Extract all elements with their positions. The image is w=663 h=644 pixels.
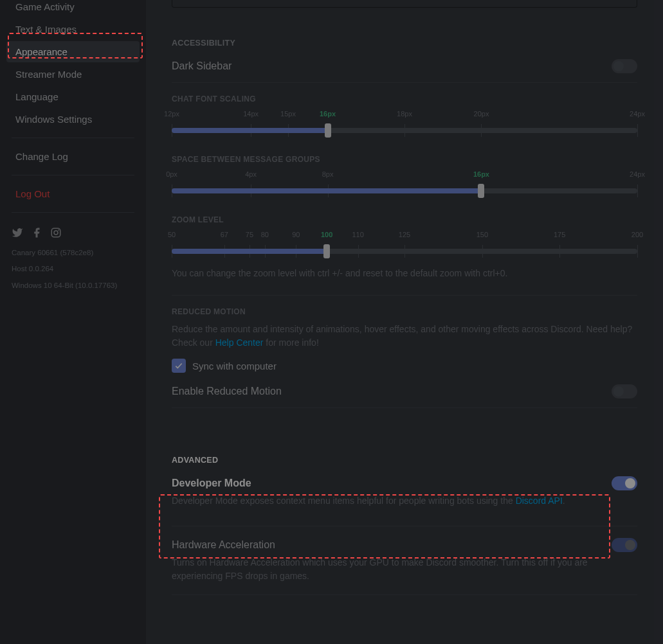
slider-thumb[interactable] xyxy=(478,184,484,198)
hardware-acceleration-row: Hardware Acceleration xyxy=(172,538,637,552)
developer-mode-desc: Developer Mode exposes context menu item… xyxy=(172,494,637,508)
svg-point-1 xyxy=(54,231,58,235)
divider xyxy=(172,595,637,595)
enable-reduced-motion-toggle[interactable] xyxy=(612,384,637,398)
sidebar-item-windows-settings[interactable]: Windows Settings xyxy=(6,109,140,130)
slider-tick: 16px xyxy=(320,110,336,118)
sidebar-item-streamer-mode[interactable]: Streamer Mode xyxy=(6,64,140,85)
slider-tick: 100 xyxy=(321,231,332,238)
enable-reduced-motion-row: Enable Reduced Motion xyxy=(172,384,637,398)
twitter-icon[interactable] xyxy=(12,227,23,241)
message-spacing-ticks: 0px4px8px16px24px xyxy=(172,170,637,179)
chat-font-ticks: 12px14px15px16px18px20px24px xyxy=(172,110,637,119)
reduced-motion-title: REDUCED MOTION xyxy=(172,307,637,316)
sync-with-computer-label: Sync with computer xyxy=(192,361,277,371)
sidebar-item-appearance[interactable]: Appearance xyxy=(6,41,140,62)
slider-tick: 24px xyxy=(630,110,645,118)
dark-sidebar-label: Dark Sidebar xyxy=(172,60,232,72)
divider xyxy=(172,526,637,526)
dark-sidebar-toggle[interactable] xyxy=(612,59,637,73)
zoom-level-slider[interactable] xyxy=(172,244,637,259)
zoom-level-block: ZOOM LEVEL 5067758090100110125150175200 … xyxy=(172,215,637,278)
slider-tick: 4px xyxy=(245,170,257,178)
slider-tick: 125 xyxy=(399,231,410,238)
hardware-acceleration-desc: Turns on Hardware Acceleration which use… xyxy=(172,556,637,583)
slider-tick: 8px xyxy=(322,170,334,178)
divider xyxy=(172,407,637,408)
instagram-icon[interactable] xyxy=(50,227,62,241)
os-version: Windows 10 64-Bit (10.0.17763) xyxy=(0,278,146,294)
slider-tick: 24px xyxy=(630,170,645,178)
slider-tick: 14px xyxy=(243,110,259,118)
slider-thumb[interactable] xyxy=(323,244,330,258)
slider-tick: 20px xyxy=(474,110,489,118)
sidebar-item-change-log[interactable]: Change Log xyxy=(6,146,140,167)
developer-mode-label: Developer Mode xyxy=(172,478,251,489)
slider-tick: 67 xyxy=(221,231,228,238)
chat-font-scaling-title: CHAT FONT SCALING xyxy=(172,94,637,103)
sidebar-item-log-out[interactable]: Log Out xyxy=(6,183,140,204)
discord-api-link[interactable]: Discord API xyxy=(516,496,563,506)
slider-tick: 75 xyxy=(246,231,253,238)
slider-tick: 18px xyxy=(397,110,412,118)
developer-mode-row: Developer Mode xyxy=(172,476,637,490)
reduced-motion-desc: Reduce the amount and intensity of anima… xyxy=(172,323,637,350)
sidebar-item-text-images[interactable]: Text & Images xyxy=(6,19,140,40)
slider-tick: 175 xyxy=(554,231,565,238)
svg-point-2 xyxy=(58,229,59,231)
prev-section-bottom xyxy=(172,0,637,8)
social-icons xyxy=(0,220,146,245)
sync-with-computer-checkbox[interactable] xyxy=(172,359,186,373)
zoom-level-ticks: 5067758090100110125150175200 xyxy=(172,231,637,240)
zoom-hint: You can change the zoom level with ctrl … xyxy=(172,268,637,278)
divider xyxy=(172,295,637,296)
facebook-icon[interactable] xyxy=(31,227,42,241)
chat-font-slider[interactable] xyxy=(172,123,637,138)
settings-sidebar: Game Activity Text & Images Appearance S… xyxy=(0,0,146,644)
sidebar-item-language[interactable]: Language xyxy=(6,86,140,107)
hardware-acceleration-label: Hardware Acceleration xyxy=(172,539,275,551)
host-version: Host 0.0.264 xyxy=(0,261,146,277)
section-title-accessibility: ACCESSIBILITY xyxy=(172,39,637,48)
developer-mode-toggle[interactable] xyxy=(612,476,637,490)
enable-reduced-motion-label: Enable Reduced Motion xyxy=(172,386,282,397)
chat-font-scaling-block: CHAT FONT SCALING 12px14px15px16px18px20… xyxy=(172,94,637,138)
message-spacing-slider[interactable] xyxy=(172,183,637,199)
slider-tick: 0px xyxy=(166,170,177,178)
sidebar-item-game-activity[interactable]: Game Activity xyxy=(6,0,140,17)
sync-with-computer-row: Sync with computer xyxy=(172,359,637,373)
divider xyxy=(172,82,637,83)
slider-tick: 90 xyxy=(292,231,300,238)
slider-tick: 15px xyxy=(280,110,296,118)
slider-tick: 110 xyxy=(352,231,363,238)
hardware-acceleration-toggle[interactable] xyxy=(612,538,637,552)
message-spacing-block: SPACE BETWEEN MESSAGE GROUPS 0px4px8px16… xyxy=(172,155,637,199)
settings-content: ACCESSIBILITY Dark Sidebar CHAT FONT SCA… xyxy=(146,0,663,644)
slider-tick: 12px xyxy=(164,110,179,118)
sidebar-divider xyxy=(12,175,134,175)
section-title-advanced: ADVANCED xyxy=(172,456,637,465)
slider-tick: 200 xyxy=(631,231,643,238)
build-version: Canary 60661 (578c2e8) xyxy=(0,245,146,261)
message-spacing-title: SPACE BETWEEN MESSAGE GROUPS xyxy=(172,155,637,164)
slider-tick: 80 xyxy=(261,231,269,238)
slider-tick: 50 xyxy=(168,231,176,238)
slider-thumb[interactable] xyxy=(325,123,331,138)
help-center-link[interactable]: Help Center xyxy=(215,337,264,348)
slider-tick: 150 xyxy=(477,231,488,238)
sidebar-divider xyxy=(12,212,134,213)
slider-tick: 16px xyxy=(473,170,489,178)
dark-sidebar-row: Dark Sidebar xyxy=(172,59,637,73)
sidebar-divider xyxy=(12,138,134,138)
zoom-level-title: ZOOM LEVEL xyxy=(172,215,637,224)
